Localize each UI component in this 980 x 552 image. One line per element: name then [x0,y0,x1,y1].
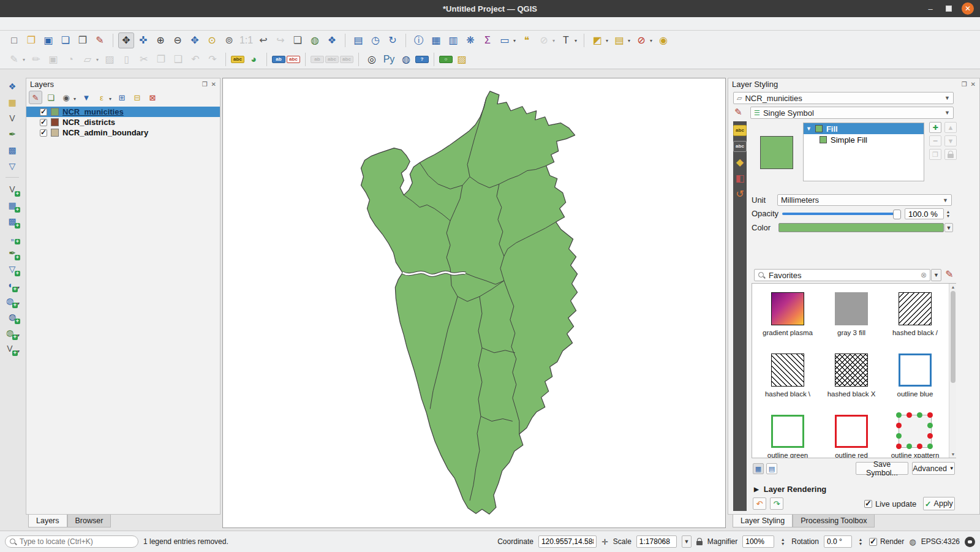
tab-browser[interactable]: Browser [67,515,111,527]
scroll-up-icon[interactable]: ▲ [949,285,957,289]
show-statistics-button[interactable]: Σ [480,32,496,48]
tab-layer-styling[interactable]: Layer Styling [733,515,793,527]
tab-processing-toolbox[interactable]: Processing Toolbox [793,515,875,527]
open-web-browser-button[interactable]: ◍ [398,51,414,67]
new-3d-map-view-button[interactable]: ◍ [307,32,323,48]
symbol-gray-3-fill[interactable]: gray 3 fill [820,290,883,351]
checkbox-icon[interactable] [869,538,877,546]
zoom-to-layer-button[interactable]: ⊚ [221,32,237,48]
pan-map-button[interactable]: ✥ [118,32,134,48]
rotation-spin-arrows[interactable]: ▲▼ [857,537,864,546]
layer-visibility-checkbox[interactable] [40,129,47,137]
select-by-value-button[interactable]: ▤ [611,32,627,48]
clear-search-icon[interactable]: ⊗ [921,271,927,279]
add-mesh-layer-button[interactable]: ▩ [4,213,21,229]
refresh-map-button[interactable]: ↻ [385,32,401,48]
menu-mesh[interactable] [115,23,126,25]
add-symbol-layer-button[interactable]: ✚ [929,122,941,133]
zoom-next-button[interactable]: ↪ [273,32,288,48]
data-source-manager-button[interactable]: ❖ [4,78,21,94]
save-symbol-button[interactable]: Save Symbol... [856,462,908,475]
new-bookmark-button[interactable]: ❖ [324,32,340,48]
symbol-tree-fill-row[interactable]: ▼ Fill [804,123,924,134]
menu-plugins[interactable] [60,23,71,25]
menu-view[interactable] [27,23,38,25]
zoom-last-button[interactable]: ↩ [255,32,271,48]
symbol-hashed-black-slash[interactable]: hashed black / [883,290,947,351]
open-layer-styling-button[interactable]: ✎ [29,91,42,104]
menu-raster[interactable] [82,23,93,25]
scrollbar-thumb[interactable] [951,291,956,383]
render-checkbox[interactable]: Render [869,537,904,546]
text-annotation-button[interactable]: T [558,32,574,48]
magnifier-spin-arrows[interactable]: ▲▼ [779,537,786,546]
add-spatialite-layer-button[interactable]: ◍ [1,293,18,308]
select-features-button[interactable]: ◩ [589,32,605,48]
identify-features-button[interactable]: ⓘ [411,32,427,48]
zoom-to-selection-button[interactable]: ⊙ [204,32,220,48]
modify-attributes-button[interactable]: ▨ [102,51,118,67]
opacity-spin-arrows[interactable]: ▲▼ [944,210,952,218]
help-contents-button[interactable]: ? [415,56,429,63]
coordinate-input[interactable] [538,535,597,548]
move-symbol-up-button[interactable]: ▲ [944,122,957,133]
mesh-calculator-button[interactable]: ▩ [4,142,21,157]
collapse-all-button[interactable]: ⊟ [130,91,144,104]
view-3d-tab-icon[interactable]: ◆ [734,157,746,168]
scroll-down-icon[interactable]: ▼ [949,452,957,456]
symbol-outline-xpattern[interactable]: outline xpattern [883,412,947,458]
remove-symbol-layer-button[interactable]: ━ [929,135,941,146]
float-panel-icon[interactable]: ❐ [202,81,208,88]
add-temporal-vector-button[interactable]: ▽ [4,158,21,173]
rotate-label-button[interactable]: abc [325,56,339,63]
layer-diagram-button[interactable]: ◕ [246,51,262,67]
icon-view-button[interactable]: ▦ [753,463,764,474]
deselect-features-button[interactable]: ⊘ [633,32,649,48]
history-tab-icon[interactable]: ↺ [734,189,746,200]
layer-labeling-button[interactable]: abc [231,56,244,63]
scale-dropdown-button[interactable]: ▼ [682,535,692,548]
close-panel-icon[interactable]: ✕ [971,81,976,88]
osm-edit-button[interactable]: ▨ [454,51,470,67]
labels-tab-icon[interactable]: abc [733,125,747,136]
scale-input[interactable] [636,535,677,548]
zoom-in-button[interactable]: ⊕ [153,32,168,48]
open-attribute-table-button[interactable]: ▦ [428,32,444,48]
zoom-native-button[interactable]: 1:1 [238,32,254,48]
copy-features-button[interactable]: ❐ [153,51,169,67]
live-update-checkbox[interactable]: Live update [864,499,916,509]
magnifier-input[interactable] [742,535,774,548]
digitize-button[interactable]: ◔ [62,51,78,67]
tab-layers[interactable]: Layers [28,515,67,527]
zoom-full-button[interactable]: ✥ [187,32,203,48]
temporal-controller-button[interactable]: ◷ [368,32,383,48]
lock-symbol-color-button[interactable] [944,149,957,160]
locate-search-box[interactable] [5,535,138,548]
fill-color-button[interactable] [778,223,944,232]
symbol-tree-simple-fill-row[interactable]: Simple Fill [804,134,924,145]
duplicate-symbol-layer-button[interactable]: ❐ [929,149,941,160]
checkbox-icon[interactable] [864,500,872,508]
opacity-slider[interactable] [782,213,900,215]
close-button[interactable]: ✕ [962,2,974,15]
filter-legend-button[interactable]: ▼ [80,91,93,104]
add-virtual-layer-button[interactable]: ▽ [4,261,21,276]
layer-rendering-section[interactable]: ▶ Layer Rendering [754,485,826,494]
menu-project[interactable] [5,23,16,25]
layout-manager-button[interactable]: ❒ [75,32,91,48]
save-layer-edits-button[interactable]: ▣ [45,51,61,67]
maximize-button[interactable] [946,6,952,12]
unit-combo[interactable]: Millimeters ▼ [777,194,952,206]
search-filter-dropdown[interactable]: ▼ [931,269,941,281]
select-by-location-button[interactable]: ◉ [655,32,671,48]
color-dropdown-button[interactable]: ▼ [944,223,953,232]
lock-scale-icon[interactable] [696,541,703,545]
processing-toolbox-button[interactable]: ❋ [462,32,478,48]
float-panel-icon[interactable]: ❐ [962,81,967,88]
menu-layer[interactable] [38,23,49,25]
symbology-tab-icon[interactable]: ✎ [734,107,742,118]
layer-selector-combo[interactable]: ▱ NCR_municities ▼ [733,92,954,104]
layer-visibility-checkbox[interactable] [40,108,47,116]
map-tips-button[interactable]: ❝ [519,32,535,48]
symbol-outline-blue[interactable]: outline blue [883,351,947,412]
